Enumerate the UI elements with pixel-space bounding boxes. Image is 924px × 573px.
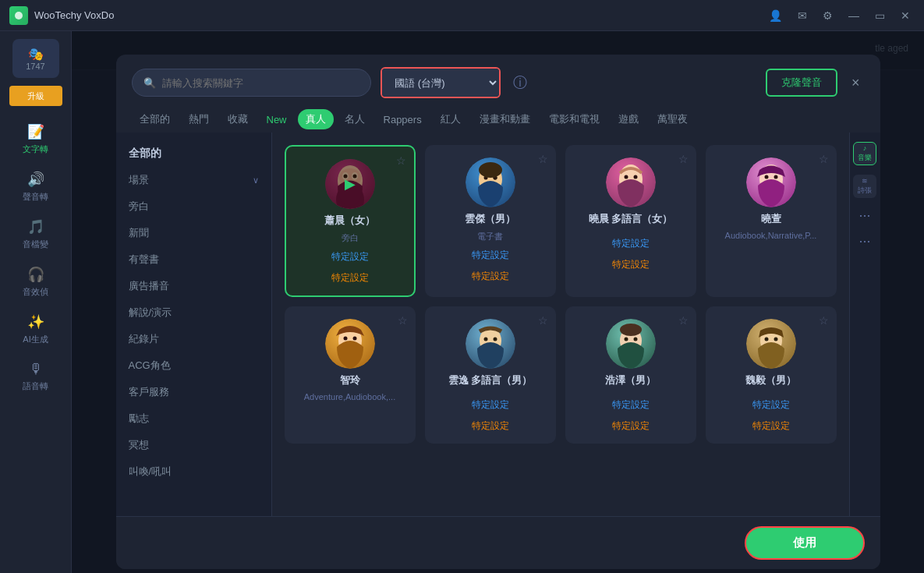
maximize-btn[interactable]: ▭ [870,8,890,23]
star-icon-xiao-chen-multi[interactable]: ☆ [678,153,689,165]
minimize-btn[interactable]: — [844,8,864,23]
voice-card-yun-yi-multi[interactable]: ☆ [425,306,556,444]
play-icon-xiao-chen[interactable]: ▶ [325,159,375,209]
sidebar-item-ai[interactable]: ✨ AI生成 [5,307,67,352]
app-title: WooTechy VoxDo [34,9,764,21]
avatar-yun-yi [466,319,515,369]
language-select[interactable]: 國語 (台灣) English (US) English (UK) 日本語 韓語 [382,69,499,97]
voice-name-yun-yi: 雲逸 多語言（男） [448,373,533,387]
tab-animation[interactable]: 漫畫和動畫 [472,109,538,129]
right-panel-music[interactable]: ♪ 音樂 [853,142,876,165]
tab-celebrity[interactable]: 名人 [337,109,373,129]
right-panel-more1[interactable]: ··· [859,207,870,224]
svg-point-27 [633,338,637,341]
mail-icon[interactable]: ✉ [793,8,812,23]
star-icon-yun-yi[interactable]: ☆ [538,314,548,327]
window-controls: 👤 ✉ ⚙ — ▭ ✕ [764,8,915,23]
tab-all[interactable]: 全部的 [132,109,178,129]
star-icon-xiao-xuan[interactable]: ☆ [819,153,829,165]
star-icon-hao-ze[interactable]: ☆ [678,314,689,327]
voice-card-zhi-ling[interactable]: ☆ [285,306,416,444]
voice-btn1-yun-yi[interactable]: 特定設定 [434,397,547,413]
right-panel-more2[interactable]: ··· [859,233,870,249]
sidebar-upgrade-btn[interactable]: 升級 [9,86,62,106]
profile-icon[interactable]: 👤 [764,8,787,23]
counter-num: 1747 [26,62,44,71]
tab-popular[interactable]: 熱門 [181,109,217,129]
voice-card-xiao-chen[interactable]: ☆ [285,145,416,297]
stt-icon: 🎙 [29,361,43,377]
search-box[interactable]: 🔍 [132,69,372,97]
settings-icon[interactable]: ⚙ [818,8,837,23]
sidebar-item-audio[interactable]: 🎵 音檔變 [5,212,67,256]
left-item-meditate[interactable]: 冥想 [116,432,271,458]
sidebar-item-effect-label: 音效偵 [23,286,48,298]
svg-point-20 [343,337,347,341]
svg-point-24 [493,338,497,341]
voice-btn1-xiao-chen[interactable]: 特定設定 [296,249,405,265]
voice-btn2-yun-jie[interactable]: 特定設定 [434,268,547,285]
voice-btn2-xiao-chen-multi[interactable]: 特定設定 [575,256,687,273]
voice-btn2-yun-yi[interactable]: 特定設定 [434,418,547,434]
voice-btn1-yun-jie[interactable]: 特定設定 [434,247,547,264]
star-icon-wei-yi[interactable]: ☆ [819,314,829,327]
search-input[interactable] [162,77,360,89]
tab-influencer[interactable]: 紅人 [433,109,469,129]
left-item-acg[interactable]: ACG角色 [116,352,271,379]
modal-close-btn[interactable]: × [847,73,865,93]
left-item-audiobook[interactable]: 有聲書 [116,246,271,273]
voice-btn1-wei-yi[interactable]: 特定設定 [715,397,827,413]
left-item-service[interactable]: 客戶服務 [116,379,271,405]
star-icon-yun-jie[interactable]: ☆ [538,153,548,165]
tab-favorites[interactable]: 收藏 [220,109,256,129]
tab-new[interactable]: New [259,111,295,129]
right-panel-pitch[interactable]: ≋ 詩張 [853,175,876,198]
counter-icon: 🎭 [28,47,44,62]
voice-card-wei-yi[interactable]: ☆ [706,306,837,444]
voice-card-xiao-chen-multi[interactable]: ☆ [565,145,696,297]
tab-rappers[interactable]: Rappers [376,111,430,129]
voice-btn1-xiao-chen-multi[interactable]: 特定設定 [575,235,687,252]
info-icon[interactable]: ⓘ [510,70,530,95]
voice-card-yun-jie[interactable]: ☆ [425,145,556,297]
content-area: tle aged 🔍 國語 (台灣) [72,31,924,573]
tab-game[interactable]: 遊戲 [611,109,646,129]
tab-movie[interactable]: 電影和電視 [541,109,607,129]
voice-btn1-hao-ze[interactable]: 特定設定 [575,397,687,413]
left-item-ad[interactable]: 廣告播音 [116,273,271,299]
left-item-explain[interactable]: 解說/演示 [116,299,271,326]
close-btn[interactable]: ✕ [896,8,915,23]
voice-name-xiao-chen-multi: 曉晨 多語言（女） [589,212,673,226]
svg-point-14 [624,175,628,179]
star-icon-zhi-ling[interactable]: ☆ [398,314,408,327]
modal-footer: 使用 [116,516,880,569]
voice-btn2-xiao-chen[interactable]: 特定設定 [296,270,405,286]
sidebar-item-stt[interactable]: 🎙 語音轉 [5,355,67,398]
sidebar-item-voice[interactable]: 🔊 聲音轉 [5,164,67,209]
sidebar-item-tts[interactable]: 📝 文字轉 [5,117,67,161]
left-item-news[interactable]: 新聞 [116,220,271,246]
voice-btn2-wei-yi[interactable]: 特定設定 [715,418,827,434]
voice-card-hao-ze[interactable]: ☆ [565,306,696,444]
voice-name-yun-jie: 雲傑（男） [465,212,515,226]
left-item-narration[interactable]: 旁白 [116,193,271,220]
star-icon-xiao-chen[interactable]: ☆ [396,154,406,167]
sidebar-item-effect[interactable]: 🎧 音效偵 [5,260,67,304]
sidebar: 🎭 1747 升級 📝 文字轉 🔊 聲音轉 🎵 音檔變 🎧 音效偵 ✨ AI生成… [0,31,72,573]
left-item-motivate[interactable]: 勵志 [116,405,271,432]
voice-name-hao-ze: 浩澤（男） [605,373,656,387]
modal-search-row: 🔍 國語 (台灣) English (US) English (UK) 日本語 … [132,67,865,98]
tab-halloween[interactable]: 萬聖夜 [650,109,696,129]
sidebar-item-stt-label: 語音轉 [23,380,48,392]
svg-point-21 [352,337,356,341]
left-panel: 全部的 場景 ∨ 旁白 新聞 有聲書 廣告播音 解說/演示 紀錄片 ACG角色 … [116,133,272,516]
left-item-shout[interactable]: 叫喚/吼叫 [116,458,271,485]
voice-card-xiao-xuan[interactable]: ☆ [706,145,837,297]
clone-voice-btn[interactable]: 克隆聲音 [766,69,837,97]
svg-point-15 [633,175,637,179]
tab-real[interactable]: 真人 [298,109,334,129]
left-item-doc[interactable]: 紀錄片 [116,326,271,352]
left-item-scene[interactable]: 場景 ∨ [116,167,271,193]
voice-btn2-hao-ze[interactable]: 特定設定 [575,418,687,434]
use-voice-btn[interactable]: 使用 [745,526,865,560]
